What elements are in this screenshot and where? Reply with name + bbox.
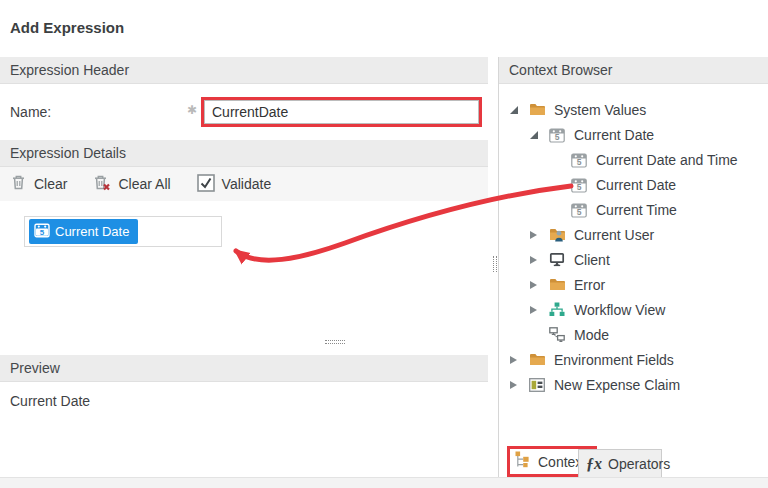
tree-item-label: Client <box>574 252 610 268</box>
folder-icon <box>529 352 550 367</box>
checkbox-checked-icon <box>197 174 215 195</box>
clear-all-button-label: Clear All <box>118 176 170 192</box>
add-expression-dialog: Add Expression Expression Header Name: ✱… <box>0 0 768 488</box>
tree-item-label: Current Date <box>574 127 654 143</box>
tree-item-label: New Expense Claim <box>554 377 680 393</box>
expression-details-section-bar: Expression Details <box>0 140 488 167</box>
clear-button[interactable]: Clear <box>10 174 67 194</box>
validate-button[interactable]: Validate <box>197 174 272 195</box>
tree-item-current-user[interactable]: Current User <box>499 222 768 247</box>
tree-item-environment-fields[interactable]: Environment Fields <box>499 347 768 372</box>
tab-operators[interactable]: ƒx Operators <box>578 449 662 477</box>
collapse-arrow-icon[interactable] <box>510 381 529 389</box>
svg-text:5: 5 <box>577 182 582 192</box>
tree-item-label: Environment Fields <box>554 352 674 368</box>
footer-strip <box>0 477 768 488</box>
tree-item-system-values[interactable]: System Values <box>499 97 768 122</box>
collapse-arrow-icon[interactable] <box>530 256 549 264</box>
calendar-icon: 5 <box>34 222 50 241</box>
name-label: Name: <box>10 104 51 120</box>
svg-text:5: 5 <box>555 132 560 142</box>
mode-icon <box>549 327 570 343</box>
tree-item-mode[interactable]: Mode <box>499 322 768 347</box>
svg-text:5: 5 <box>577 207 582 217</box>
annotation-box-name-field <box>201 97 482 127</box>
context-tree-icon <box>515 451 532 472</box>
collapse-arrow-icon[interactable] <box>530 231 549 239</box>
tree-item-current-date[interactable]: 5Current Date <box>499 172 768 197</box>
tree-item-client[interactable]: Client <box>499 247 768 272</box>
trash-delete-icon <box>93 174 111 194</box>
preview-section-bar: Preview <box>0 355 488 382</box>
tree-item-label: Current Time <box>596 202 677 218</box>
tree-item-label: Current Date <box>596 177 676 193</box>
expand-arrow-icon[interactable] <box>510 106 529 114</box>
horizontal-splitter-handle[interactable] <box>325 340 345 344</box>
form-icon <box>529 378 550 392</box>
tree-item-current-time[interactable]: 5Current Time <box>499 197 768 222</box>
expand-arrow-icon[interactable] <box>530 131 549 139</box>
workflow-icon <box>549 302 570 317</box>
calendar-icon: 5 <box>571 177 592 193</box>
collapse-arrow-icon[interactable] <box>530 281 549 289</box>
tree-item-label: Mode <box>574 327 609 343</box>
calendar-icon: 5 <box>571 202 592 218</box>
folder-icon <box>529 102 550 117</box>
monitor-icon <box>549 252 570 267</box>
chip-label: Current Date <box>55 224 129 239</box>
calendar-icon: 5 <box>571 152 592 168</box>
tree-item-new-expense-claim[interactable]: New Expense Claim <box>499 372 768 397</box>
tree-item-workflow-view[interactable]: Workflow View <box>499 297 768 322</box>
folder-icon <box>549 277 570 292</box>
expression-toolbar: Clear Clear All Validate <box>0 167 488 201</box>
svg-text:5: 5 <box>40 228 45 237</box>
vertical-splitter-handle[interactable] <box>493 256 497 272</box>
context-tree: System Values 5Current Date 5Current Dat… <box>499 97 768 397</box>
calendar-icon: 5 <box>549 127 570 143</box>
svg-text:5: 5 <box>577 157 582 167</box>
required-asterisk-icon: ✱ <box>184 103 200 117</box>
trash-icon <box>10 174 27 194</box>
clear-all-button[interactable]: Clear All <box>93 174 170 194</box>
user-folder-icon <box>549 227 570 242</box>
tab-operators-label: Operators <box>608 456 670 472</box>
tree-item-label: Current Date and Time <box>596 152 738 168</box>
collapse-arrow-icon[interactable] <box>530 306 549 314</box>
preview-value: Current Date <box>10 393 90 409</box>
expression-header-section-bar: Expression Header <box>0 57 488 84</box>
page-title: Add Expression <box>10 19 124 36</box>
tree-item-label: Workflow View <box>574 302 665 318</box>
tree-item-error[interactable]: Error <box>499 272 768 297</box>
tree-item-current-date[interactable]: 5Current Date <box>499 122 768 147</box>
fx-icon: ƒx <box>586 456 602 472</box>
validate-button-label: Validate <box>222 176 272 192</box>
tree-item-current-date-and-time[interactable]: 5Current Date and Time <box>499 147 768 172</box>
context-browser-section-bar: Context Browser <box>499 57 768 84</box>
expression-canvas-box: 5 Current Date <box>24 216 222 247</box>
current-date-expression-chip[interactable]: 5 Current Date <box>29 219 138 244</box>
tree-item-label: Error <box>574 277 605 293</box>
expression-name-input[interactable] <box>204 100 479 124</box>
tree-item-label: Current User <box>574 227 654 243</box>
context-browser-panel: Context Browser System Values 5Current D… <box>498 57 768 477</box>
tree-item-label: System Values <box>554 102 646 118</box>
clear-button-label: Clear <box>34 176 67 192</box>
collapse-arrow-icon[interactable] <box>510 356 529 364</box>
